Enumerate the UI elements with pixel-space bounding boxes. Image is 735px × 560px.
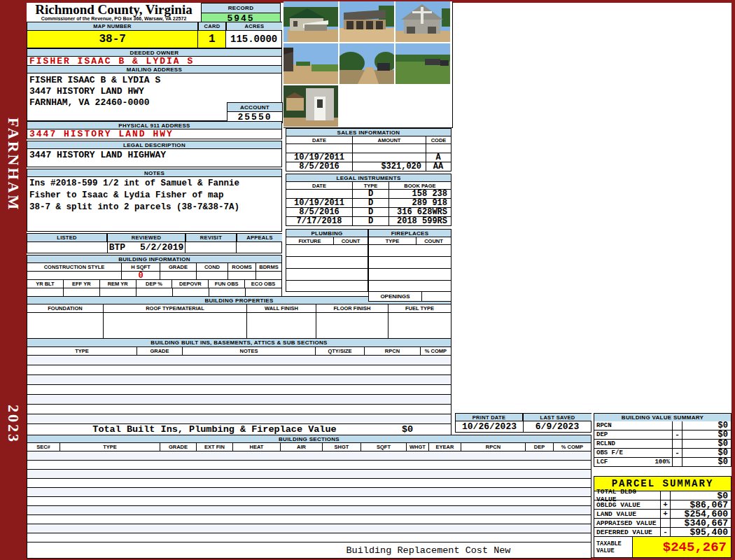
photo-open-pole-barn [340,1,394,42]
li-date: 10/19/2011 [286,199,353,207]
notes-line-1: Ins #2018-599 1/2 int of Samuel & Fannie [27,177,281,190]
depovr-header: DEPOVR [172,280,209,288]
physical-address-value: 3447 HISTORY LAND HWY [27,129,282,139]
tax-year-label: 2023 [4,405,22,444]
bvs-row: LCF100% $0 [594,458,732,467]
sales-date: 10/19/2011 [286,153,353,162]
bvs-row-op: - [673,430,682,439]
li-date-header: DATE [286,182,353,189]
ps-row-value: $340,667 [671,519,731,527]
photo-building-corner-with-white-door [284,85,338,127]
sales-row [286,144,451,153]
ps-row-label: DEFERRED VALUE [596,528,652,536]
li-date [286,190,353,198]
sales-information-table: DATE AMOUNT CODE 10/19/2011 A 8/5/2016 $… [286,136,451,172]
hsqft-value: 0 [122,272,160,279]
ps-row-op: - [661,528,671,536]
bs-heat-header: HEAT [233,443,281,451]
parcel-summary-table: TOTAL BLDG VALUE $0 OBLDG VALUE + $86,06… [594,491,732,558]
bvs-row-op [673,440,682,448]
roof-header: ROOF TYPE/MATERIAL [104,304,247,312]
bvs-row-op: - [673,449,682,457]
appeals-value [237,242,281,253]
print-date-value: 10/26/2023 [456,421,524,432]
plumbing-fixture-header: FIXTURE [286,237,334,244]
ps-row-op: + [661,500,671,509]
sales-date: 8/5/2016 [286,162,353,171]
bi-qty-header: QTY/SIZE [316,347,365,355]
ps-row-value: $86,067 [671,500,731,509]
map-number-value: 38-7 [27,31,198,48]
sales-code: A [426,153,450,162]
sales-date-header: DATE [286,136,353,144]
sales-amount-header: AMOUNT [353,136,426,144]
li-type: D [353,208,389,216]
bvs-row: DEP - $0 [594,430,732,440]
map-number-label: MAP NUMBER [27,22,198,31]
legal-instruments-table: DATE TYPE BOOK PAGE D 158 238 10/19/2011… [286,181,451,226]
taxable-value-row: TAXABLE VALUE $245,267 [594,537,732,558]
legal-instrument-row: 10/19/2011 D 289 918 [286,198,451,208]
reviewed-by: BTP [109,242,125,253]
account-box: ACCOUNT 25550 [227,102,283,123]
taxable-value: $245,267 [633,537,731,557]
photo-equipment-in-field [396,43,450,84]
building-sections-table: SEC# TYPE GRADE EXT FIN HEAT AIR SHGT SQ… [27,442,592,559]
ps-row-value: $254,600 [671,510,731,518]
bi-rpcn-header: RPCN [365,347,421,355]
photo-blank-area [338,85,452,127]
property-photos [284,1,453,128]
plumbing-count-header: COUNT [334,237,368,244]
cond-header: COND [197,263,228,271]
li-type: D [353,190,389,198]
ps-row-label: LAND VALUE [596,510,636,518]
reviewed-value: BTP 5/2/2019 [108,242,186,253]
bs-grade-header: GRADE [160,443,197,451]
bi-comp-header: % COMP [421,347,451,355]
photo-farmhouse-with-green-roof [284,1,338,42]
bvs-row-label2: 100% [654,458,670,465]
notes-line-3: 38-7 & split into 2 parcels (38-7&38-7A) [27,202,281,214]
county-header: Richmond County, Virginia Commissioner o… [27,3,201,22]
district-label: FARNHAM [4,118,22,211]
appeals-header: APPEALS [237,233,282,242]
county-title: Richmond County, Virginia [27,3,201,16]
bs-extfin-header: EXT FIN [197,443,233,451]
bs-sqft-header: SQFT [361,443,407,451]
ps-row-value: $0 [671,491,731,500]
last-saved-label: LAST SAVED [523,413,592,421]
card-value: 1 [198,31,226,48]
acres-label: ACRES [226,22,282,31]
sales-row: 10/19/2011 A [286,153,451,162]
parcel-summary-row: DEFERRED VALUE - $95,400 [594,528,732,537]
taxable-label-line1: TAXABLE [596,540,622,547]
photo-gray-barn-front [396,1,450,42]
bdrms-header: BDRMS [256,263,281,271]
ps-row-value: $95,400 [671,528,731,536]
bvs-row: RCLND $0 [594,440,732,449]
built-ins-empty-rows [27,355,451,424]
cond-value [197,272,228,279]
li-bookpage: 158 238 [389,190,450,198]
bvs-row-label: OBS F/E [596,449,623,456]
bvs-row-op [673,458,682,466]
legal-instrument-row: D 158 238 [286,189,451,199]
fireplaces-type-header: TYPE [369,237,416,244]
bi-notes-header: NOTES [183,347,316,355]
yrblt-header: YR BLT [27,280,64,288]
account-label: ACCOUNT [227,102,283,112]
ecoobs-header: ECO OBS [245,280,281,288]
bvs-row-value: $0 [682,458,731,466]
reviewed-header: REVIEWED [107,233,186,242]
listed-header: LISTED [27,233,107,242]
property-record-card: FARNHAM 2023 Richmond County, Virginia C… [0,0,735,560]
sales-code-header: CODE [426,136,451,144]
print-info-table: PRINT DATE LAST SAVED 10/26/2023 6/9/202… [455,413,592,433]
building-information-table: CONSTRUCTION STYLE H SQFT GRADE COND ROO… [27,262,282,298]
bi-type-header: TYPE [27,347,137,355]
notes-line-2: Fisher to Isaac & Lydia Fisher of map [27,190,281,202]
sales-code [426,144,450,153]
bdrms-value [256,272,281,279]
fireplaces-count-header: COUNT [416,237,451,244]
mailing-line-2: 3447 HISTORY LAND HWY [27,86,281,97]
